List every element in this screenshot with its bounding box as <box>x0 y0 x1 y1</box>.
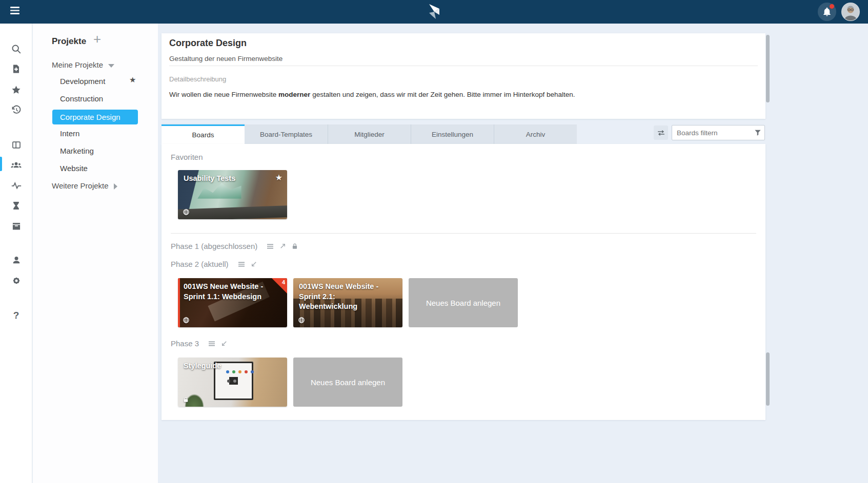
tab-label: Archiv <box>526 131 546 138</box>
user-avatar[interactable] <box>841 3 860 21</box>
search-icon[interactable] <box>0 43 32 55</box>
group-label: Meine Projekte <box>52 60 103 69</box>
sidebar-item-marketing[interactable]: Marketing <box>60 146 94 155</box>
add-document-icon[interactable] <box>0 62 32 75</box>
tabs: Boards Board-Templates Mitglieder Einste… <box>162 124 577 144</box>
add-project-icon[interactable]: + <box>93 32 101 46</box>
sidebar-item-intern[interactable]: Intern <box>60 129 79 138</box>
board-title: Styleguide <box>184 361 272 371</box>
team-users-icon[interactable] <box>0 159 32 171</box>
tab-label: Board-Templates <box>260 131 312 138</box>
globe-icon <box>298 317 305 324</box>
boards-panel: Favoriten Usability Tests ★ Phase 1 (abg… <box>162 144 765 420</box>
page-title: Corporate Design <box>169 38 247 49</box>
history-icon[interactable] <box>0 103 32 116</box>
collapse-diagonal-icon[interactable] <box>250 260 258 268</box>
sidebar-item-website[interactable]: Website <box>60 164 88 173</box>
group-weitere-projekte[interactable]: Weitere Projekte <box>52 181 117 190</box>
pending-hourglass-icon[interactable] <box>0 199 32 212</box>
tab-label: Mitglieder <box>354 131 385 138</box>
description-bold: moderner <box>278 91 310 98</box>
new-board-label: Neues Board anlegen <box>426 299 500 307</box>
tab-boards[interactable]: Boards <box>162 124 245 144</box>
detail-description-label: Detailbeschreibung <box>169 75 226 83</box>
tab-einstellungen[interactable]: Einstellungen <box>411 124 494 144</box>
lock-icon <box>183 396 189 403</box>
count-badge: 4 <box>272 278 287 293</box>
sidebar-item-corporate-design[interactable]: Corporate Design <box>52 110 138 124</box>
tab-archiv[interactable]: Archiv <box>494 124 577 144</box>
globe-icon <box>183 317 190 324</box>
menu-icon[interactable] <box>10 7 23 17</box>
tab-label: Einstellungen <box>432 131 473 138</box>
globe-icon <box>183 208 190 216</box>
menu-lines-icon[interactable] <box>237 260 246 268</box>
description-post: gestalten und zeigen, dass wir mit der Z… <box>310 91 575 98</box>
funnel-icon[interactable] <box>754 129 762 137</box>
menu-lines-icon[interactable] <box>208 340 216 348</box>
activity-pulse-icon[interactable] <box>0 179 32 192</box>
section-title: Phase 3 <box>171 339 199 348</box>
adjust-sliders-icon[interactable] <box>654 125 668 140</box>
scrollbar-thumb[interactable] <box>766 35 770 102</box>
board-card-sprint-1-1[interactable]: 001WS Neue Website - Sprint 1.1: Webdesi… <box>178 278 287 327</box>
board-card-usability-tests[interactable]: Usability Tests ★ <box>178 170 287 219</box>
collapse-diagonal-icon[interactable] <box>220 340 228 347</box>
board-card-sprint-2-1[interactable]: 001WS Neue Website - Sprint 2.1: Webentw… <box>293 278 402 327</box>
section-phase-3: Phase 3 <box>171 339 228 348</box>
settings-gear-icon[interactable] <box>0 275 32 287</box>
card-color-stripe <box>178 278 180 327</box>
tab-strip: Boards Board-Templates Mitglieder Einste… <box>162 124 765 144</box>
sidebar-item-construction[interactable]: Construction <box>60 94 103 103</box>
board-title: 001WS Neue Website - Sprint 1.1: Webdesi… <box>184 282 272 302</box>
board-title: Usability Tests <box>184 174 272 184</box>
tab-mitglieder[interactable]: Mitglieder <box>328 124 411 144</box>
group-meine-projekte[interactable]: Meine Projekte <box>52 60 114 69</box>
tab-board-templates[interactable]: Board-Templates <box>245 124 328 144</box>
expand-diagonal-icon[interactable] <box>279 242 287 250</box>
scrollbar-thumb[interactable] <box>766 352 770 406</box>
app-logo-pin-icon[interactable] <box>428 4 441 20</box>
chevron-down-icon <box>108 64 114 68</box>
notifications-bell-icon[interactable] <box>818 3 836 21</box>
boards-columns-icon[interactable] <box>0 139 32 151</box>
board-card-styleguide[interactable]: Styleguide <box>178 358 287 407</box>
board-title: 001WS Neue Website - Sprint 2.1: Webentw… <box>299 282 387 312</box>
favorite-star-icon[interactable]: ★ <box>275 173 282 182</box>
page-subtitle: Gestaltung der neuen Firmenwebsite <box>169 55 282 62</box>
boards-filter-input[interactable] <box>672 125 765 140</box>
favorites-star-icon[interactable] <box>0 83 32 96</box>
chevron-right-icon <box>114 183 117 190</box>
description-pre: Wir wollen die neue Firmenwebsite <box>169 91 278 98</box>
section-favoriten: Favoriten <box>171 153 203 161</box>
icon-rail: ? <box>0 24 32 483</box>
help-question-icon[interactable]: ? <box>0 309 32 322</box>
profile-person-icon[interactable] <box>0 254 32 266</box>
detail-description-text: Wir wollen die neue Firmenwebsite modern… <box>169 90 755 100</box>
notification-badge <box>829 4 835 9</box>
section-phase-2: Phase 2 (aktuell) <box>171 260 258 268</box>
menu-lines-icon[interactable] <box>266 242 274 250</box>
section-title: Phase 2 (aktuell) <box>171 260 229 268</box>
projects-title: Projekte <box>52 36 86 47</box>
topbar <box>0 0 868 24</box>
archive-box-icon[interactable] <box>0 220 32 232</box>
sidebar-item-development[interactable]: Development <box>60 77 105 86</box>
projects-sidebar: Projekte + Meine Projekte Development ★ … <box>33 24 158 483</box>
section-title: Phase 1 (abgeschlossen) <box>171 242 257 250</box>
project-header-panel: Corporate Design Gestaltung der neuen Fi… <box>162 33 765 119</box>
project-star-icon[interactable]: ★ <box>129 75 136 85</box>
lock-icon <box>291 243 298 250</box>
section-phase-1: Phase 1 (abgeschlossen) <box>171 242 298 250</box>
tab-label: Boards <box>192 131 214 139</box>
new-board-button[interactable]: Neues Board anlegen <box>409 278 518 327</box>
app-root: { "colors": { "accent": "#29b2f3", "topb… <box>0 0 868 483</box>
divider <box>169 66 758 66</box>
divider <box>171 233 756 234</box>
new-board-label: Neues Board anlegen <box>311 378 385 387</box>
group-label: Weitere Projekte <box>52 181 109 190</box>
section-title: Favoriten <box>171 153 203 161</box>
new-board-button[interactable]: Neues Board anlegen <box>293 358 402 407</box>
filter-input-wrap <box>672 125 765 140</box>
